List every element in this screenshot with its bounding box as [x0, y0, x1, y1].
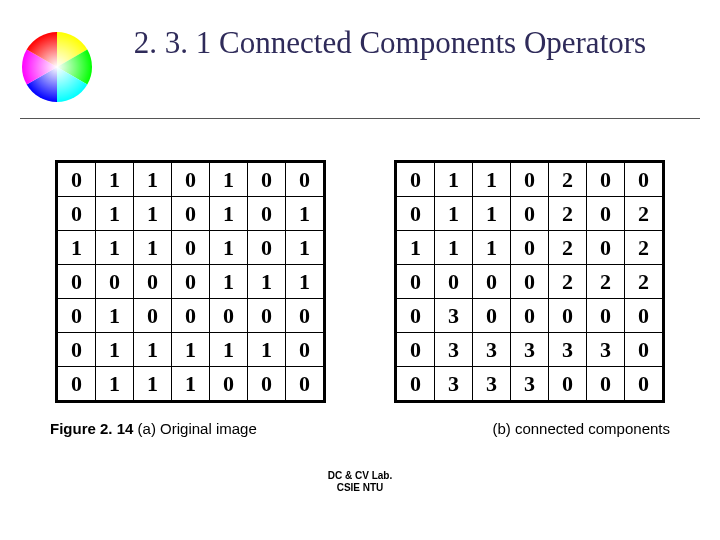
table-cell: 2	[625, 231, 664, 265]
table-cell: 0	[511, 197, 549, 231]
slide: 2. 3. 1 Connected Components Operators 0…	[0, 0, 720, 540]
table-cell: 1	[172, 367, 210, 402]
table-cell: 0	[625, 162, 664, 197]
caption-b-text: (b) connected components	[492, 420, 670, 437]
table-cell: 2	[549, 162, 587, 197]
table-cell: 1	[286, 197, 325, 231]
table-cell: 0	[511, 162, 549, 197]
table-cell: 3	[473, 333, 511, 367]
table-cell: 2	[625, 265, 664, 299]
table-cell: 0	[549, 367, 587, 402]
table-cell: 1	[286, 231, 325, 265]
table-cell: 1	[210, 162, 248, 197]
table-cell: 0	[172, 231, 210, 265]
table-cell: 1	[210, 333, 248, 367]
table-cell: 3	[473, 367, 511, 402]
table-row: 0110202	[396, 197, 664, 231]
footer-line2: CSIE NTU	[0, 482, 720, 494]
table-cell: 0	[396, 299, 435, 333]
table-cell: 0	[286, 367, 325, 402]
table-cell: 0	[625, 333, 664, 367]
table-cell: 3	[435, 299, 473, 333]
table-cell: 0	[511, 231, 549, 265]
table-cell: 0	[248, 367, 286, 402]
table-cell: 3	[435, 367, 473, 402]
table-cell: 2	[549, 197, 587, 231]
table-cell: 1	[134, 197, 172, 231]
table-cell: 0	[57, 197, 96, 231]
table-cell: 1	[248, 265, 286, 299]
table-cell: 0	[549, 299, 587, 333]
table-cell: 1	[134, 367, 172, 402]
table-cell: 0	[587, 197, 625, 231]
table-cell: 0	[396, 197, 435, 231]
table-cell: 3	[511, 333, 549, 367]
table-cell: 0	[172, 162, 210, 197]
table-cell: 3	[549, 333, 587, 367]
table-row: 0110100	[57, 162, 325, 197]
table-cell: 2	[549, 265, 587, 299]
table-cell: 0	[248, 197, 286, 231]
table-row: 0110200	[396, 162, 664, 197]
caption-left: Figure 2. 14 (a) Original image	[50, 420, 257, 437]
table-cell: 3	[435, 333, 473, 367]
table-cell: 0	[396, 162, 435, 197]
table-cell: 0	[248, 162, 286, 197]
caption-row: Figure 2. 14 (a) Original image (b) conn…	[50, 420, 670, 437]
table-cell: 1	[96, 162, 134, 197]
table-row: 0110101	[57, 197, 325, 231]
caption-a-text: (a) Original image	[133, 420, 256, 437]
table-cell: 0	[396, 265, 435, 299]
table-cell: 1	[134, 162, 172, 197]
table-row: 1110202	[396, 231, 664, 265]
title-underline	[20, 118, 700, 119]
tables-container: 0110100011010111101010000111010000001111…	[55, 160, 665, 403]
table-cell: 0	[587, 231, 625, 265]
table-cell: 1	[210, 197, 248, 231]
table-cell: 3	[587, 333, 625, 367]
table-cell: 0	[396, 333, 435, 367]
table-row: 0333000	[396, 367, 664, 402]
table-cell: 1	[96, 367, 134, 402]
table-cell: 2	[625, 197, 664, 231]
table-cell: 0	[473, 265, 511, 299]
svg-point-0	[22, 32, 92, 102]
table-original-image: 0110100011010111101010000111010000001111…	[55, 160, 326, 403]
table-cell: 2	[549, 231, 587, 265]
page-title: 2. 3. 1 Connected Components Operators	[120, 24, 660, 63]
table-cell: 1	[286, 265, 325, 299]
table-cell: 0	[210, 299, 248, 333]
table-cell: 1	[248, 333, 286, 367]
table-cell: 1	[96, 333, 134, 367]
table-cell: 0	[587, 367, 625, 402]
table-cell: 1	[96, 231, 134, 265]
table-cell: 1	[473, 197, 511, 231]
caption-figure-label: Figure 2. 14	[50, 420, 133, 437]
table-cell: 1	[435, 162, 473, 197]
table-cell: 0	[473, 299, 511, 333]
table-cell: 0	[286, 333, 325, 367]
table-cell: 0	[286, 162, 325, 197]
table-cell: 0	[210, 367, 248, 402]
table-row: 0100000	[57, 299, 325, 333]
table-cell: 0	[286, 299, 325, 333]
table-cell: 1	[134, 333, 172, 367]
table-cell: 1	[96, 197, 134, 231]
table-cell: 1	[473, 162, 511, 197]
table-row: 0000111	[57, 265, 325, 299]
table-cell: 0	[96, 265, 134, 299]
footer: DC & CV Lab. CSIE NTU	[0, 470, 720, 494]
table-row: 1110101	[57, 231, 325, 265]
table-cell: 0	[625, 299, 664, 333]
table-cell: 1	[96, 299, 134, 333]
table-cell: 1	[210, 231, 248, 265]
table-cell: 0	[172, 299, 210, 333]
table-cell: 0	[134, 299, 172, 333]
table-cell: 1	[57, 231, 96, 265]
table-cell: 0	[248, 299, 286, 333]
footer-line1: DC & CV Lab.	[0, 470, 720, 482]
table-cell: 1	[435, 197, 473, 231]
table-cell: 0	[172, 265, 210, 299]
table-cell: 0	[625, 367, 664, 402]
table-cell: 0	[511, 299, 549, 333]
